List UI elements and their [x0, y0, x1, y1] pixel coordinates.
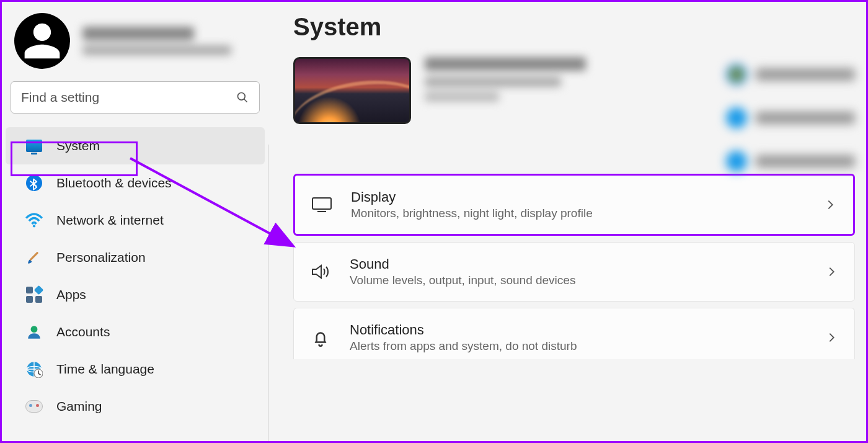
- sidebar-item-label: Apps: [56, 287, 86, 302]
- device-name-blurred: [425, 57, 586, 102]
- bluetooth-icon: [25, 174, 43, 192]
- sidebar-item-label: Gaming: [56, 399, 102, 414]
- chevron-right-icon: [825, 265, 838, 279]
- settings-window: System Bluetooth & devices Network & int…: [2, 2, 866, 441]
- card-subtitle: Volume levels, output, input, sound devi…: [350, 274, 806, 287]
- svg-line-1: [244, 99, 247, 102]
- quick-links-blurred: [726, 64, 855, 194]
- svg-point-0: [238, 93, 246, 101]
- paintbrush-icon: [25, 249, 43, 266]
- profile-section[interactable]: [2, 13, 268, 69]
- device-thumbnail[interactable]: [293, 57, 411, 124]
- main-content: System Display Monitors, brightness, nig…: [268, 2, 866, 441]
- sidebar-item-system[interactable]: System: [6, 127, 265, 164]
- svg-point-4: [31, 326, 38, 333]
- settings-cards: Display Monitors, brightness, night ligh…: [293, 174, 855, 359]
- sidebar-item-time-language[interactable]: Time & language: [6, 351, 265, 388]
- sidebar-item-network[interactable]: Network & internet: [6, 202, 265, 239]
- sidebar-item-label: Personalization: [56, 250, 146, 265]
- page-title: System: [293, 13, 855, 41]
- clock-globe-icon: [25, 360, 43, 378]
- svg-point-3: [33, 225, 35, 227]
- sidebar-item-label: System: [56, 138, 100, 153]
- sidebar-nav: System Bluetooth & devices Network & int…: [2, 127, 268, 425]
- card-notifications[interactable]: Notifications Alerts from apps and syste…: [293, 308, 855, 359]
- sidebar-item-label: Accounts: [56, 324, 110, 339]
- apps-icon: [25, 286, 43, 303]
- avatar[interactable]: [14, 13, 70, 69]
- display-icon: [311, 194, 332, 215]
- search-input[interactable]: [11, 81, 260, 114]
- sidebar-item-label: Bluetooth & devices: [56, 176, 172, 190]
- sidebar-item-label: Network & internet: [56, 213, 164, 228]
- svg-rect-8: [312, 198, 331, 209]
- sound-icon: [310, 261, 331, 282]
- system-icon: [25, 137, 43, 154]
- card-title: Notifications: [350, 322, 806, 338]
- search-icon: [236, 91, 249, 104]
- sidebar: System Bluetooth & devices Network & int…: [2, 2, 268, 441]
- card-subtitle: Monitors, brightness, night light, displ…: [351, 207, 805, 220]
- bell-icon: [310, 327, 331, 348]
- card-title: Sound: [350, 256, 806, 272]
- search-container: [11, 81, 260, 114]
- sidebar-item-accounts[interactable]: Accounts: [6, 313, 265, 351]
- profile-name-blurred: [82, 27, 231, 55]
- sidebar-item-bluetooth[interactable]: Bluetooth & devices: [6, 164, 265, 202]
- sidebar-item-gaming[interactable]: Gaming: [6, 388, 265, 425]
- chevron-right-icon: [823, 198, 837, 212]
- account-icon: [25, 323, 43, 341]
- sidebar-item-personalization[interactable]: Personalization: [6, 239, 265, 276]
- user-icon: [21, 20, 63, 62]
- chevron-right-icon: [825, 331, 838, 344]
- card-subtitle: Alerts from apps and system, do not dist…: [350, 339, 806, 353]
- sidebar-item-apps[interactable]: Apps: [6, 276, 265, 313]
- gamepad-icon: [25, 398, 43, 415]
- sidebar-item-label: Time & language: [56, 362, 154, 377]
- wifi-icon: [25, 212, 43, 229]
- card-sound[interactable]: Sound Volume levels, output, input, soun…: [293, 242, 855, 302]
